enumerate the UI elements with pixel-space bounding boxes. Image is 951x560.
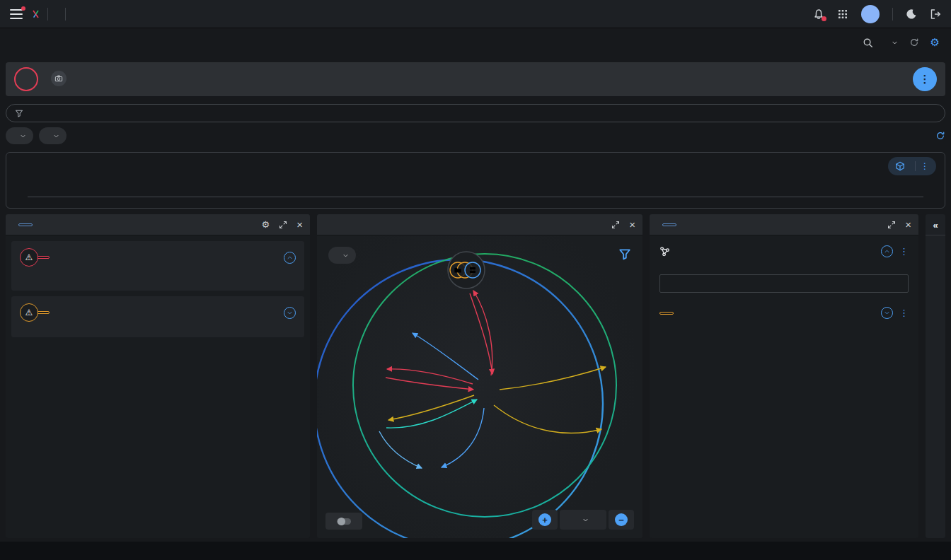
events-panel-header: × <box>650 214 918 235</box>
avatar[interactable] <box>861 5 880 23</box>
map-expand-icon[interactable] <box>611 221 620 229</box>
events-expand-icon[interactable] <box>887 221 896 229</box>
trellix-logo[interactable] <box>31 10 39 18</box>
trellix-logo-accent-icon <box>33 10 39 18</box>
settings-gear-icon[interactable]: ⚙ <box>930 36 940 49</box>
alerts-settings-gear-icon[interactable]: ⚙ <box>262 219 270 230</box>
menu-notification-dot <box>21 6 25 11</box>
asset-stack-dropdown[interactable] <box>328 247 356 264</box>
toggle-switch[interactable] <box>337 518 351 525</box>
chevron-down-icon <box>20 133 26 139</box>
bell-badge <box>822 16 826 21</box>
zoom-in-button[interactable]: + <box>532 510 558 530</box>
events-panel: × ⋮ ⋮ <box>650 214 918 538</box>
camera-icon[interactable] <box>51 71 67 86</box>
bottom-strip <box>0 542 951 560</box>
chevron-down-icon <box>342 252 349 259</box>
event-card-network-activity: ⋮ <box>655 241 913 296</box>
chevron-down-icon <box>582 517 589 523</box>
filter-chips-row <box>6 127 945 144</box>
alerts-close-icon[interactable]: × <box>296 219 303 230</box>
collapse-double-chevron-icon[interactable]: « <box>933 214 938 235</box>
map-zoom-controls: + − <box>532 510 634 530</box>
alert-severity-indicator: ⚠ <box>20 303 50 322</box>
page-title-bar: ⚙ <box>0 28 951 57</box>
collapse-event-button[interactable] <box>881 245 893 257</box>
alert-mitre-ttp-filter-chip[interactable] <box>39 127 67 144</box>
dark-mode-moon-icon[interactable] <box>906 8 917 20</box>
apps-grid-icon[interactable] <box>837 8 848 20</box>
expand-event-button[interactable] <box>881 307 893 319</box>
timeline-panel: ⋮ <box>6 152 945 209</box>
event-detail-box <box>659 274 909 293</box>
events-panel-body: ⋮ ⋮ <box>650 235 918 538</box>
zoom-level-dropdown[interactable] <box>560 510 606 530</box>
event-menu[interactable]: ⋮ <box>899 246 909 257</box>
filter-input[interactable] <box>29 108 936 118</box>
menu-icon[interactable] <box>10 9 23 19</box>
filter-funnel-icon <box>15 109 23 117</box>
warning-triangle-icon: ⚠ <box>20 248 38 267</box>
alerts-count-badge <box>18 223 33 226</box>
divider <box>892 8 893 21</box>
zoom-out-button[interactable]: − <box>609 510 634 530</box>
warning-triangle-icon: ⚠ <box>20 303 38 322</box>
updated-status <box>927 131 945 141</box>
alerts-panel: ⚙ × ⚠ ⚠ <box>6 214 310 538</box>
asset-summary-bar: ⋮ <box>6 62 945 96</box>
divider <box>65 8 66 21</box>
asset-stack-node[interactable] <box>448 252 485 288</box>
panels-row: ⚙ × ⚠ ⚠ <box>6 214 945 538</box>
divider <box>47 8 48 21</box>
event-severity-pill <box>659 312 674 315</box>
map-close-icon[interactable]: × <box>629 219 635 230</box>
alerts-panel-header: ⚙ × <box>6 214 310 235</box>
conversation-map-canvas[interactable]: + − <box>317 235 642 538</box>
alerts-severity-filter-chip[interactable] <box>6 127 33 144</box>
refresh-icon[interactable] <box>909 37 919 47</box>
search-icon[interactable] <box>863 37 873 48</box>
collapse-alert-button[interactable] <box>284 252 296 264</box>
network-activity-icon <box>659 246 670 257</box>
logout-icon[interactable] <box>930 8 941 20</box>
map-panel-header: × <box>317 214 642 235</box>
map-graph-layer <box>317 235 641 538</box>
notifications-bell-icon[interactable] <box>813 8 824 20</box>
event-card-beaconing: ⋮ <box>655 303 913 330</box>
events-count-badge <box>662 223 676 226</box>
map-filter-funnel-icon[interactable] <box>618 247 631 260</box>
event-menu[interactable]: ⋮ <box>899 308 909 318</box>
filter-bar[interactable] <box>6 104 945 122</box>
expand-alert-button[interactable] <box>284 307 296 319</box>
alert-card-crit: ⚠ <box>11 241 304 291</box>
ew-ns-toggle[interactable] <box>325 513 362 530</box>
asset-actions-button[interactable]: ⋮ <box>913 67 937 91</box>
chevron-down-icon <box>53 133 59 139</box>
chevron-down-icon <box>892 40 898 46</box>
conversation-map-panel: × <box>317 214 642 538</box>
top-nav-bar <box>0 0 951 28</box>
alerts-expand-icon[interactable] <box>279 221 287 229</box>
additional-detail-side-tab: « <box>926 214 945 538</box>
timeline-markers <box>28 167 923 197</box>
alert-severity-indicator: ⚠ <box>20 248 50 267</box>
time-range-dropdown[interactable] <box>884 40 898 46</box>
asset-severity-badge <box>14 67 38 91</box>
refresh-icon[interactable] <box>935 131 945 141</box>
events-close-icon[interactable]: × <box>905 219 911 230</box>
alerts-panel-body: ⚠ ⚠ <box>6 235 310 538</box>
alert-card-high: ⚠ <box>11 296 304 337</box>
